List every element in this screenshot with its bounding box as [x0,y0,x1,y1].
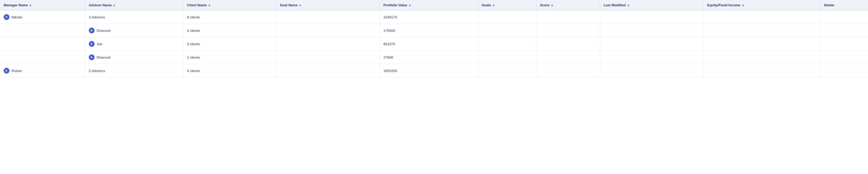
header-equity_fixed[interactable]: Equity/Fixed Income [704,0,820,10]
cell-client-name: 3 clients [183,37,276,51]
table-row: Dhanush1 clients27600 [0,51,868,64]
header-label-portfolio_value: Protfolio Value [383,3,407,7]
cell-delete [820,51,868,64]
sort-icon-last_modified[interactable] [627,4,629,6]
cell-delete [820,37,868,51]
header-label-equity_fixed: Equity/Fixed Income [707,3,740,7]
cell-portfolio-value: 1655200 [379,64,478,77]
cell-delete [820,10,868,24]
table-container: Manager NameAdvisor NameClient NameGoal … [0,0,868,77]
sort-icon-portfolio_value[interactable] [409,4,411,6]
manager-name-text: Rohan [11,69,22,73]
cell-goals [478,24,536,37]
cell-advisor-name: 3 Advisors [85,10,183,24]
cell-score [536,64,600,77]
header-label-last_modified: Last Modified [604,3,626,7]
cell-score [536,10,600,24]
table-header-row: Manager NameAdvisor NameClient NameGoal … [0,0,868,10]
table-body: Nikolai3 Advisors8 clients1049170Dhanush… [0,10,868,77]
cell-delete [820,64,868,77]
cell-goal-name [276,64,379,77]
table-row: Rohan2 Advisors4 clients1655200 [0,64,868,77]
cell-advisor-name: Dhanush [85,51,183,64]
cell-portfolio-value: 851070 [379,37,478,51]
sort-icon-advisor_name[interactable] [113,4,115,6]
navigate-icon[interactable] [89,54,95,60]
header-goal_name[interactable]: Goal Name [276,0,379,10]
cell-equity-fixed-income [704,51,820,64]
header-client_name[interactable]: Client Name [183,0,276,10]
cell-advisor-name: Dhanush [85,24,183,37]
cell-last-modified [600,37,703,51]
cell-delete [820,24,868,37]
cell-advisor-name: 2 Advisors [85,64,183,77]
cell-portfolio-value: 170500 [379,24,478,37]
table-row: Dhanush4 clients170500 [0,24,868,37]
advisor-name-text: Dhanush [97,55,111,59]
header-manager_name[interactable]: Manager Name [0,0,85,10]
header-label-delete: Delete [824,3,834,7]
navigate-icon[interactable] [89,28,95,33]
sort-icon-score[interactable] [551,4,553,6]
cell-last-modified [600,24,703,37]
header-label-goal_name: Goal Name [280,3,298,7]
cell-manager-name [0,51,85,64]
cell-manager-name: Nikolai [0,10,85,24]
cell-client-name: 4 clients [183,24,276,37]
sort-icon-client_name[interactable] [208,4,210,6]
cell-last-modified [600,64,703,77]
table-row: Nikolai3 Advisors8 clients1049170 [0,10,868,24]
cell-goal-name [276,51,379,64]
sort-icon-goal_name[interactable] [299,4,301,6]
sort-icon-equity_fixed[interactable] [742,4,744,6]
cell-portfolio-value: 27600 [379,51,478,64]
cell-advisor-name: Joe [85,37,183,51]
cell-equity-fixed-income [704,10,820,24]
cell-goals [478,64,536,77]
header-delete: Delete [820,0,868,10]
cell-client-name: 1 clients [183,51,276,64]
cell-last-modified [600,10,703,24]
navigate-icon[interactable] [89,41,95,47]
cell-goals [478,10,536,24]
header-label-goals: Goals [482,3,491,7]
cell-score [536,51,600,64]
sort-icon-goals[interactable] [493,4,495,6]
header-advisor_name[interactable]: Advisor Name [85,0,183,10]
cell-manager-name [0,24,85,37]
header-label-score: Score [540,3,550,7]
header-label-client_name: Client Name [187,3,207,7]
expand-icon[interactable] [4,14,9,20]
cell-score [536,24,600,37]
cell-goals [478,37,536,51]
header-label-manager_name: Manager Name [4,3,28,7]
sort-icon-manager_name[interactable] [29,4,31,6]
cell-goal-name [276,37,379,51]
cell-equity-fixed-income [704,24,820,37]
header-score[interactable]: Score [536,0,600,10]
cell-equity-fixed-income [704,37,820,51]
cell-manager-name: Rohan [0,64,85,77]
table-row: Joe3 clients851070 [0,37,868,51]
advisor-name-text: Joe [97,42,102,46]
cell-last-modified [600,51,703,64]
cell-client-name: 8 clients [183,10,276,24]
header-label-advisor_name: Advisor Name [89,3,112,7]
manager-name-text: Nikolai [11,15,22,19]
cell-equity-fixed-income [704,64,820,77]
navigate-icon[interactable] [4,68,9,74]
cell-manager-name [0,37,85,51]
cell-goal-name [276,24,379,37]
cell-client-name: 4 clients [183,64,276,77]
advisor-name-text: Dhanush [97,29,111,32]
cell-score [536,37,600,51]
cell-portfolio-value: 1049170 [379,10,478,24]
cell-goals [478,51,536,64]
data-table: Manager NameAdvisor NameClient NameGoal … [0,0,868,77]
header-goals[interactable]: Goals [478,0,536,10]
header-last_modified[interactable]: Last Modified [600,0,703,10]
header-portfolio_value[interactable]: Protfolio Value [379,0,478,10]
cell-goal-name [276,10,379,24]
